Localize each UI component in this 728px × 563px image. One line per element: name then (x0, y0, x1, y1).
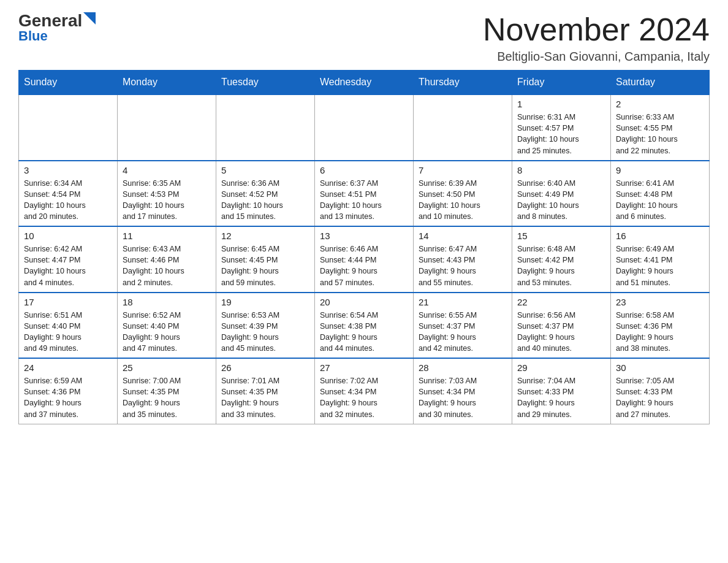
day-number: 29 (517, 362, 605, 373)
calendar-cell: 9Sunrise: 6:41 AM Sunset: 4:48 PM Daylig… (611, 161, 710, 227)
logo-triangle-icon (83, 12, 96, 25)
day-number: 27 (320, 362, 408, 373)
day-info: Sunrise: 6:54 AM Sunset: 4:38 PM Dayligh… (320, 310, 408, 354)
day-info: Sunrise: 6:37 AM Sunset: 4:51 PM Dayligh… (320, 178, 408, 223)
calendar-week-row: 17Sunrise: 6:51 AM Sunset: 4:40 PM Dayli… (19, 293, 710, 359)
day-info: Sunrise: 6:51 AM Sunset: 4:40 PM Dayligh… (24, 310, 112, 354)
calendar-cell (216, 94, 315, 161)
day-info: Sunrise: 7:01 AM Sunset: 4:35 PM Dayligh… (221, 375, 309, 420)
day-number: 13 (320, 231, 408, 241)
col-header-tuesday: Tuesday (216, 71, 315, 95)
day-info: Sunrise: 6:40 AM Sunset: 4:49 PM Dayligh… (517, 178, 605, 223)
calendar-cell: 25Sunrise: 7:00 AM Sunset: 4:35 PM Dayli… (118, 358, 216, 424)
day-info: Sunrise: 7:00 AM Sunset: 4:35 PM Dayligh… (123, 375, 211, 420)
calendar-cell: 13Sunrise: 6:46 AM Sunset: 4:44 PM Dayli… (315, 226, 414, 293)
calendar-cell: 30Sunrise: 7:05 AM Sunset: 4:33 PM Dayli… (611, 358, 710, 424)
day-number: 24 (24, 362, 112, 373)
day-number: 8 (517, 165, 605, 175)
logo-blue-text: Blue (18, 28, 48, 44)
calendar-cell: 26Sunrise: 7:01 AM Sunset: 4:35 PM Dayli… (216, 358, 315, 424)
day-info: Sunrise: 6:49 AM Sunset: 4:41 PM Dayligh… (616, 243, 704, 288)
month-title: November 2024 (483, 12, 710, 47)
day-number: 7 (419, 165, 507, 175)
day-info: Sunrise: 7:04 AM Sunset: 4:33 PM Dayligh… (517, 375, 605, 420)
calendar-cell: 11Sunrise: 6:43 AM Sunset: 4:46 PM Dayli… (118, 226, 216, 293)
calendar-cell: 4Sunrise: 6:35 AM Sunset: 4:53 PM Daylig… (118, 161, 216, 227)
day-info: Sunrise: 6:58 AM Sunset: 4:36 PM Dayligh… (616, 310, 704, 354)
day-info: Sunrise: 6:33 AM Sunset: 4:55 PM Dayligh… (616, 112, 704, 156)
calendar-cell: 7Sunrise: 6:39 AM Sunset: 4:50 PM Daylig… (414, 161, 512, 227)
calendar-cell: 8Sunrise: 6:40 AM Sunset: 4:49 PM Daylig… (512, 161, 611, 227)
day-info: Sunrise: 6:47 AM Sunset: 4:43 PM Dayligh… (419, 243, 507, 288)
day-info: Sunrise: 6:53 AM Sunset: 4:39 PM Dayligh… (221, 310, 309, 354)
calendar-week-row: 24Sunrise: 6:59 AM Sunset: 4:36 PM Dayli… (19, 358, 710, 424)
day-number: 17 (24, 297, 112, 307)
day-number: 18 (123, 297, 211, 307)
day-info: Sunrise: 7:02 AM Sunset: 4:34 PM Dayligh… (320, 375, 408, 420)
day-number: 16 (616, 231, 704, 241)
calendar-cell: 3Sunrise: 6:34 AM Sunset: 4:54 PM Daylig… (19, 161, 118, 227)
calendar-week-row: 1Sunrise: 6:31 AM Sunset: 4:57 PM Daylig… (19, 94, 710, 161)
day-number: 20 (320, 297, 408, 307)
day-number: 6 (320, 165, 408, 175)
calendar-cell: 14Sunrise: 6:47 AM Sunset: 4:43 PM Dayli… (414, 226, 512, 293)
calendar-header-row: SundayMondayTuesdayWednesdayThursdayFrid… (19, 71, 710, 95)
calendar-cell (19, 94, 118, 161)
calendar-cell: 10Sunrise: 6:42 AM Sunset: 4:47 PM Dayli… (19, 226, 118, 293)
day-number: 3 (24, 165, 112, 175)
calendar-cell: 28Sunrise: 7:03 AM Sunset: 4:34 PM Dayli… (414, 358, 512, 424)
day-info: Sunrise: 6:36 AM Sunset: 4:52 PM Dayligh… (221, 178, 309, 223)
day-number: 1 (517, 99, 605, 109)
calendar-cell: 16Sunrise: 6:49 AM Sunset: 4:41 PM Dayli… (611, 226, 710, 293)
calendar-cell: 5Sunrise: 6:36 AM Sunset: 4:52 PM Daylig… (216, 161, 315, 227)
day-info: Sunrise: 6:55 AM Sunset: 4:37 PM Dayligh… (419, 310, 507, 354)
calendar-cell: 15Sunrise: 6:48 AM Sunset: 4:42 PM Dayli… (512, 226, 611, 293)
day-info: Sunrise: 6:56 AM Sunset: 4:37 PM Dayligh… (517, 310, 605, 354)
day-number: 23 (616, 297, 704, 307)
day-number: 2 (616, 99, 704, 109)
calendar-cell: 22Sunrise: 6:56 AM Sunset: 4:37 PM Dayli… (512, 293, 611, 359)
location-title: Beltiglio-San Giovanni, Campania, Italy (483, 50, 710, 64)
day-info: Sunrise: 6:31 AM Sunset: 4:57 PM Dayligh… (517, 112, 605, 156)
calendar-cell: 21Sunrise: 6:55 AM Sunset: 4:37 PM Dayli… (414, 293, 512, 359)
day-info: Sunrise: 7:05 AM Sunset: 4:33 PM Dayligh… (616, 375, 704, 420)
calendar-cell: 29Sunrise: 7:04 AM Sunset: 4:33 PM Dayli… (512, 358, 611, 424)
day-number: 28 (419, 362, 507, 373)
calendar-cell: 23Sunrise: 6:58 AM Sunset: 4:36 PM Dayli… (611, 293, 710, 359)
calendar-cell (118, 94, 216, 161)
day-info: Sunrise: 6:46 AM Sunset: 4:44 PM Dayligh… (320, 243, 408, 288)
day-number: 26 (221, 362, 309, 373)
day-number: 5 (221, 165, 309, 175)
day-number: 30 (616, 362, 704, 373)
calendar-week-row: 10Sunrise: 6:42 AM Sunset: 4:47 PM Dayli… (19, 226, 710, 293)
day-info: Sunrise: 6:48 AM Sunset: 4:42 PM Dayligh… (517, 243, 605, 288)
col-header-friday: Friday (512, 71, 611, 95)
day-number: 10 (24, 231, 112, 241)
day-info: Sunrise: 6:41 AM Sunset: 4:48 PM Dayligh… (616, 178, 704, 223)
calendar-cell: 20Sunrise: 6:54 AM Sunset: 4:38 PM Dayli… (315, 293, 414, 359)
logo: General Blue (18, 12, 96, 44)
calendar-week-row: 3Sunrise: 6:34 AM Sunset: 4:54 PM Daylig… (19, 161, 710, 227)
day-info: Sunrise: 6:59 AM Sunset: 4:36 PM Dayligh… (24, 375, 112, 420)
col-header-saturday: Saturday (611, 71, 710, 95)
calendar-cell: 18Sunrise: 6:52 AM Sunset: 4:40 PM Dayli… (118, 293, 216, 359)
calendar-cell: 17Sunrise: 6:51 AM Sunset: 4:40 PM Dayli… (19, 293, 118, 359)
day-number: 19 (221, 297, 309, 307)
col-header-thursday: Thursday (414, 71, 512, 95)
calendar-cell: 19Sunrise: 6:53 AM Sunset: 4:39 PM Dayli… (216, 293, 315, 359)
calendar-cell: 2Sunrise: 6:33 AM Sunset: 4:55 PM Daylig… (611, 94, 710, 161)
col-header-wednesday: Wednesday (315, 71, 414, 95)
day-info: Sunrise: 6:35 AM Sunset: 4:53 PM Dayligh… (123, 178, 211, 223)
day-info: Sunrise: 6:42 AM Sunset: 4:47 PM Dayligh… (24, 243, 112, 288)
calendar-cell: 24Sunrise: 6:59 AM Sunset: 4:36 PM Dayli… (19, 358, 118, 424)
svg-marker-0 (83, 12, 96, 25)
day-info: Sunrise: 6:43 AM Sunset: 4:46 PM Dayligh… (123, 243, 211, 288)
calendar-cell (315, 94, 414, 161)
day-number: 9 (616, 165, 704, 175)
day-number: 11 (123, 231, 211, 241)
day-info: Sunrise: 7:03 AM Sunset: 4:34 PM Dayligh… (419, 375, 507, 420)
calendar-table: SundayMondayTuesdayWednesdayThursdayFrid… (18, 70, 710, 424)
calendar-cell: 6Sunrise: 6:37 AM Sunset: 4:51 PM Daylig… (315, 161, 414, 227)
calendar-cell: 1Sunrise: 6:31 AM Sunset: 4:57 PM Daylig… (512, 94, 611, 161)
day-number: 14 (419, 231, 507, 241)
